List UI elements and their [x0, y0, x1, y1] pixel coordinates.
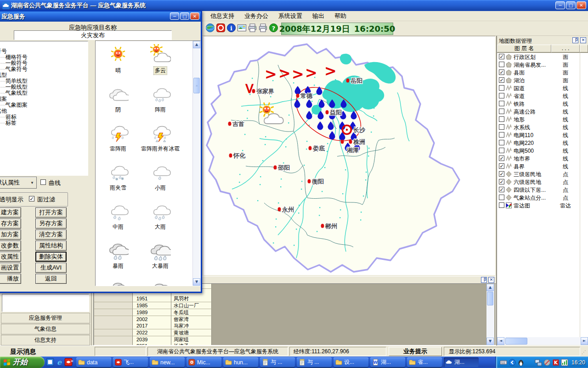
- layer-checkbox[interactable]: [499, 202, 504, 208]
- layer-row[interactable]: 气象站点分...点: [497, 194, 588, 201]
- column-header-more[interactable]: . . .: [551, 45, 580, 52]
- show-message-label[interactable]: 显示消息: [1, 347, 45, 356]
- info-icon[interactable]: i: [226, 23, 236, 33]
- dialog-minimize-button[interactable]: ─: [170, 12, 179, 20]
- table-row[interactable]: 2039周家咀: [94, 336, 211, 343]
- layer-row[interactable]: 湖南省易发...面: [497, 61, 588, 69]
- sidebar-bar-0[interactable]: 应急服务管理: [1, 313, 90, 323]
- layer-row[interactable]: ✓三级居民地点: [497, 170, 588, 178]
- tray-clock[interactable]: 16:20: [571, 359, 585, 366]
- layer-row[interactable]: 电网110线: [497, 131, 588, 139]
- scroll-thumb[interactable]: [505, 338, 527, 345]
- layer-checkbox[interactable]: ✓: [499, 179, 504, 184]
- layer-checkbox[interactable]: [499, 85, 504, 91]
- layer-checkbox[interactable]: [499, 124, 504, 130]
- layer-row[interactable]: ✓四级以下居...点: [497, 186, 588, 194]
- taskbar-button-3[interactable]: Mic...: [187, 357, 221, 367]
- scroll-up-icon[interactable]: ▲: [486, 284, 494, 291]
- layer-row[interactable]: ✓行政区划面: [497, 53, 588, 61]
- weather-symbol-rain-heavy[interactable]: 大雨: [140, 201, 181, 231]
- menu-item-0[interactable]: 信息支持: [206, 11, 238, 21]
- dialog-close-button[interactable]: ✕: [190, 12, 199, 20]
- dialog-maximize-button[interactable]: □: [180, 12, 189, 20]
- taskbar-button-7[interactable]: 设...: [334, 357, 368, 367]
- quick-launch-overflow-icon[interactable]: »: [71, 358, 74, 363]
- scroll-down-icon[interactable]: ▼: [486, 338, 494, 345]
- pin-icon[interactable]: 卩: [572, 37, 578, 43]
- taskbar-button-5[interactable]: 与 ...: [260, 357, 295, 367]
- weather-symbol-shower[interactable]: 阵雨: [140, 83, 181, 114]
- tree-node-child[interactable]: ·····气象图案: [0, 102, 88, 108]
- weather-symbol-storm[interactable]: [97, 279, 139, 286]
- minimize-button[interactable]: ─: [555, 1, 565, 9]
- mute-icon[interactable]: [543, 359, 551, 366]
- default-attribute-dropdown[interactable]: 改默认属性 ▼: [0, 177, 37, 189]
- dialog-button-right-4[interactable]: 删除实体: [35, 252, 67, 262]
- image-icon[interactable]: [237, 23, 247, 33]
- penguin-icon[interactable]: [517, 359, 525, 366]
- project-name-input[interactable]: [14, 30, 172, 40]
- weather-symbol-cloud[interactable]: 阴: [97, 83, 139, 114]
- layer-checkbox[interactable]: [499, 101, 504, 106]
- dialog-button-left-1[interactable]: 存方案: [0, 218, 21, 229]
- app-red-icon[interactable]: [526, 359, 533, 366]
- business-tip-button[interactable]: 业务提示: [389, 347, 442, 356]
- layer-checkbox[interactable]: [499, 140, 504, 145]
- taskbar-button-active[interactable]: 湖...: [444, 357, 479, 367]
- scroll-down-icon[interactable]: ▼: [193, 278, 200, 286]
- menu-item-3[interactable]: 输出: [308, 11, 328, 21]
- taskbar-button-2[interactable]: new...: [150, 357, 185, 367]
- dialog-button-left-4[interactable]: 改属性: [0, 252, 21, 262]
- tree-node-child[interactable]: ·····气象符号: [0, 66, 88, 72]
- scroll-left-icon[interactable]: ◄: [497, 337, 504, 345]
- menu-item-2[interactable]: 系统设置: [274, 11, 306, 21]
- layer-checkbox[interactable]: ✓: [499, 155, 504, 161]
- layer-checkbox[interactable]: [499, 148, 504, 153]
- weather-scrollbar[interactable]: ▲ ≡ ▼: [192, 41, 200, 286]
- keyboard-icon[interactable]: [500, 359, 507, 366]
- layer-row[interactable]: 地形线: [497, 115, 588, 123]
- layer-row[interactable]: ✓六级居民地点: [497, 178, 588, 186]
- table-row[interactable]: 1989冬瓜咀: [94, 309, 211, 316]
- weather-symbol-rain-mid[interactable]: 中雨: [97, 201, 139, 231]
- layer-row[interactable]: 电网500线: [497, 147, 588, 155]
- weather-symbol-sun-cloud[interactable]: 多云: [140, 44, 181, 75]
- ie-icon[interactable]: e: [55, 358, 63, 366]
- layer-checkbox[interactable]: ✓: [499, 163, 504, 169]
- layer-checkbox[interactable]: ✓: [499, 77, 504, 83]
- taskbar-button-9[interactable]: 省...: [407, 357, 442, 367]
- weather-symbol-storm-big[interactable]: [140, 279, 181, 286]
- layer-checkbox[interactable]: [499, 132, 504, 138]
- dialog-button-right-0[interactable]: 打开方案: [35, 207, 67, 218]
- layer-row[interactable]: 铁路线: [497, 100, 588, 108]
- layer-row[interactable]: 省道线: [497, 92, 588, 100]
- table-row[interactable]: 2017马家冲: [94, 322, 211, 329]
- dialog-button-right-5[interactable]: 生成AVI: [35, 263, 67, 273]
- arrow-circle-icon[interactable]: [509, 359, 516, 366]
- layer-row[interactable]: 国道线: [497, 84, 588, 92]
- sidebar-bar-2[interactable]: 信息支持: [1, 335, 90, 345]
- taskbar-button-4[interactable]: hun...: [223, 357, 258, 367]
- sidebar-bar-1[interactable]: 气象信息: [1, 324, 90, 334]
- taskbar-button-0[interactable]: data: [76, 357, 111, 367]
- layer-checkbox[interactable]: ✓: [499, 187, 504, 192]
- scroll-thumb[interactable]: ≡: [193, 78, 200, 93]
- weather-symbol-storm-big[interactable]: 大暴雨: [140, 240, 181, 270]
- help-icon[interactable]: ?: [269, 23, 278, 33]
- weather-symbol-thunder-hail[interactable]: 雷阵雨并有冰雹: [140, 122, 181, 153]
- layer-checkbox[interactable]: [499, 62, 504, 67]
- layer-checkbox[interactable]: ✓: [499, 54, 504, 59]
- tree-node-child[interactable]: ·····气象线型: [0, 90, 88, 96]
- layer-row[interactable]: ✓地市界线: [497, 155, 588, 162]
- taskbar-button-1[interactable]: 飞...: [113, 357, 148, 367]
- layer-row[interactable]: 电网220线: [497, 139, 588, 147]
- block-icon[interactable]: [216, 23, 226, 33]
- dialog-button-left-3[interactable]: 改参数: [0, 241, 21, 251]
- layer-checkbox[interactable]: [499, 93, 504, 98]
- close-panel-icon[interactable]: ✕: [488, 277, 494, 283]
- dialog-button-right-6[interactable]: 返回: [35, 274, 67, 284]
- weather-symbol-rain-light[interactable]: 小雨: [140, 161, 181, 192]
- print-preview-icon[interactable]: [258, 23, 268, 33]
- print-icon[interactable]: [248, 23, 257, 33]
- weather-symbol-thunder[interactable]: 雷阵雨: [97, 122, 139, 153]
